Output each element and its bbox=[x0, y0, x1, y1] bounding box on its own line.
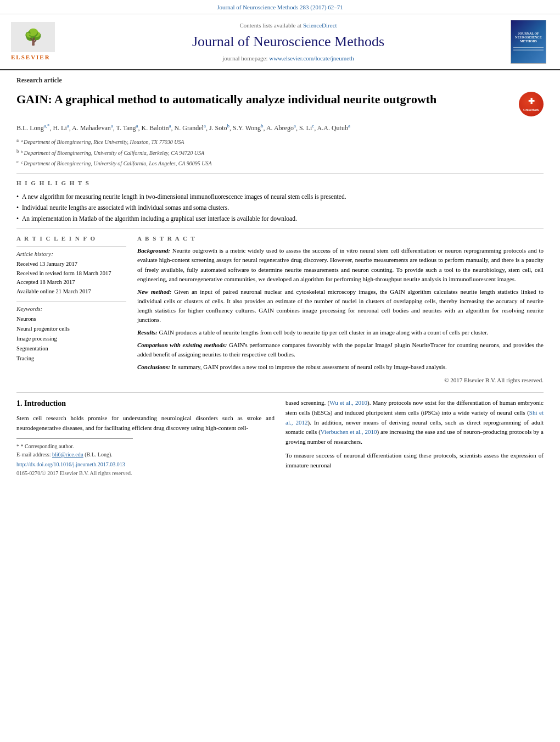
journal-cover-image: JOURNAL OFNEUROSCIENCEMETHODS bbox=[511, 20, 546, 64]
article-type-label: Research article bbox=[16, 76, 544, 87]
abstract-background: Background: Neurite outgrowth is a metri… bbox=[137, 246, 544, 283]
results-label: Results: bbox=[137, 329, 158, 336]
keyword-2: Neural progenitor cells bbox=[16, 324, 126, 334]
article-title: GAIN: A graphical method to automaticall… bbox=[16, 92, 511, 108]
journal-cover: JOURNAL OFNEUROSCIENCEMETHODS bbox=[511, 20, 549, 64]
info-abstract-section: A R T I C L E I N F O Article history: R… bbox=[16, 235, 544, 384]
shi-ref[interactable]: Shi et al., 2012 bbox=[285, 409, 544, 426]
intro-para-right-2: To measure success of neuronal different… bbox=[285, 451, 544, 470]
keyword-5: Tracing bbox=[16, 354, 126, 364]
conclusions-label: Conclusions: bbox=[137, 364, 170, 370]
keywords-label: Keywords: bbox=[16, 305, 126, 313]
elsevier-brand-name: ELSEVIER bbox=[11, 53, 66, 62]
article-info-col: A R T I C L E I N F O Article history: R… bbox=[16, 235, 126, 384]
footnote-email: E-mail address: bli6@rice.edu (B.L. Long… bbox=[16, 450, 133, 459]
cover-journal-title: JOURNAL OFNEUROSCIENCEMETHODS bbox=[515, 32, 541, 44]
crossmark-icon: ✚ CrossMark bbox=[519, 92, 544, 116]
intro-para-1: Stem cell research holds promise for und… bbox=[16, 414, 275, 433]
abstract-new-method: New method: Given an input of paired neu… bbox=[137, 287, 544, 325]
wu-ref[interactable]: Wu et al., 2010 bbox=[329, 399, 367, 406]
highlights-section: H I G H L I G H T S • A new algorithm fo… bbox=[16, 179, 544, 223]
highlight-3: • An implementation in Matlab of the alg… bbox=[16, 214, 544, 223]
intro-right-col: based screening. (Wu et al., 2010). Many… bbox=[285, 398, 544, 477]
intro-left-col: 1. Introduction Stem cell research holds… bbox=[16, 398, 275, 477]
journal-homepage: journal homepage: www.elsevier.com/locat… bbox=[77, 54, 500, 63]
journal-citation: Journal of Neuroscience Methods 283 (201… bbox=[217, 4, 343, 10]
crossmark-badge[interactable]: ✚ CrossMark bbox=[519, 92, 544, 116]
journal-header: 🌳 ELSEVIER Contents lists available at S… bbox=[0, 14, 560, 70]
intro-two-col: 1. Introduction Stem cell research holds… bbox=[16, 398, 544, 477]
bullet-icon: • bbox=[16, 214, 19, 223]
cover-decoration bbox=[513, 46, 544, 52]
journal-title: Journal of Neuroscience Methods bbox=[77, 32, 500, 52]
intro-heading: 1. Introduction bbox=[16, 398, 275, 409]
revised-date: Received in revised form 18 March 2017 bbox=[16, 269, 126, 278]
highlight-2: • Individual neurite lengths are associa… bbox=[16, 203, 544, 212]
accepted-date: Accepted 18 March 2017 bbox=[16, 278, 126, 287]
footer-copyright: 0165-0270/© 2017 Elsevier B.V. All right… bbox=[16, 470, 133, 477]
elsevier-tree-image: 🌳 bbox=[11, 22, 55, 52]
abstract-copyright: © 2017 Elsevier B.V. All rights reserved… bbox=[137, 376, 544, 384]
abstract-label: A B S T R A C T bbox=[137, 235, 544, 243]
intro-para-right-1: based screening. (Wu et al., 2010). Many… bbox=[285, 398, 544, 447]
doi-link[interactable]: http://dx.doi.org/10.1016/j.jneumeth.201… bbox=[16, 461, 125, 467]
keyword-4: Segmentation bbox=[16, 344, 126, 354]
divider-1 bbox=[16, 173, 544, 174]
keywords-divider bbox=[16, 301, 126, 302]
background-label: Background: bbox=[137, 247, 170, 254]
keyword-3: Image processing bbox=[16, 334, 126, 344]
highlight-1: • A new algorithm for measuring neurite … bbox=[16, 192, 544, 201]
article-history-label: Article history: bbox=[16, 250, 126, 258]
keyword-1: Neurons bbox=[16, 314, 126, 324]
abstract-results: Results: GAIN produces a table of neurit… bbox=[137, 328, 544, 337]
homepage-link[interactable]: www.elsevier.com/locate/jneumeth bbox=[269, 55, 354, 62]
divider-2 bbox=[16, 228, 544, 229]
footnote-star: * * Corresponding author. bbox=[16, 442, 133, 450]
doi-line: http://dx.doi.org/10.1016/j.jneumeth.201… bbox=[16, 461, 133, 468]
article-title-section: GAIN: A graphical method to automaticall… bbox=[16, 92, 544, 116]
footnotes-section: * * Corresponding author. E-mail address… bbox=[16, 438, 133, 477]
tree-icon: 🌳 bbox=[24, 30, 43, 45]
authors-line: B.L. Longa,*, H. Lia, A. Mahadevana, T. … bbox=[16, 122, 544, 133]
abstract-col: A B S T R A C T Background: Neurite outg… bbox=[137, 235, 544, 384]
keywords-list: Neurons Neural progenitor cells Image pr… bbox=[16, 314, 126, 363]
sciencedirect-link: Contents lists available at ScienceDirec… bbox=[77, 21, 500, 30]
sciencedirect-anchor[interactable]: ScienceDirect bbox=[303, 22, 337, 29]
affiliation-b: b ᵇ Department of Bioengineering, Univer… bbox=[16, 148, 544, 157]
introduction-section: 1. Introduction Stem cell research holds… bbox=[16, 392, 544, 477]
bullet-icon: • bbox=[16, 192, 19, 201]
main-content: Research article GAIN: A graphical metho… bbox=[0, 70, 560, 483]
article-dates: Received 13 January 2017 Received in rev… bbox=[16, 260, 126, 297]
journal-header-center: Contents lists available at ScienceDirec… bbox=[66, 21, 511, 63]
bullet-icon: • bbox=[16, 203, 19, 212]
vierbuchen-ref[interactable]: Vierbuchen et al., 2010 bbox=[321, 428, 377, 435]
journal-citation-bar: Journal of Neuroscience Methods 283 (201… bbox=[0, 0, 560, 14]
affiliations: a ᵃ Department of Bioengineering, Rice U… bbox=[16, 137, 544, 168]
abstract-comparison: Comparison with existing methods: GAIN's… bbox=[137, 341, 544, 359]
email-link[interactable]: bli6@rice.edu bbox=[52, 451, 83, 458]
abstract-conclusions: Conclusions: In summary, GAIN provides a… bbox=[137, 362, 544, 372]
received-date: Received 13 January 2017 bbox=[16, 260, 126, 269]
online-date: Available online 21 March 2017 bbox=[16, 287, 126, 297]
new-method-label: New method: bbox=[137, 288, 171, 295]
highlights-label: H I G H L I G H T S bbox=[16, 179, 544, 187]
elsevier-logo: 🌳 ELSEVIER bbox=[11, 22, 66, 62]
affiliation-c: c ᶜ Department of Bioengineering, Univer… bbox=[16, 158, 544, 168]
info-divider bbox=[16, 246, 126, 247]
article-info-label: A R T I C L E I N F O bbox=[16, 235, 126, 243]
affiliation-a: a ᵃ Department of Bioengineering, Rice U… bbox=[16, 137, 544, 146]
comparison-label: Comparison with existing methods: bbox=[137, 342, 227, 348]
